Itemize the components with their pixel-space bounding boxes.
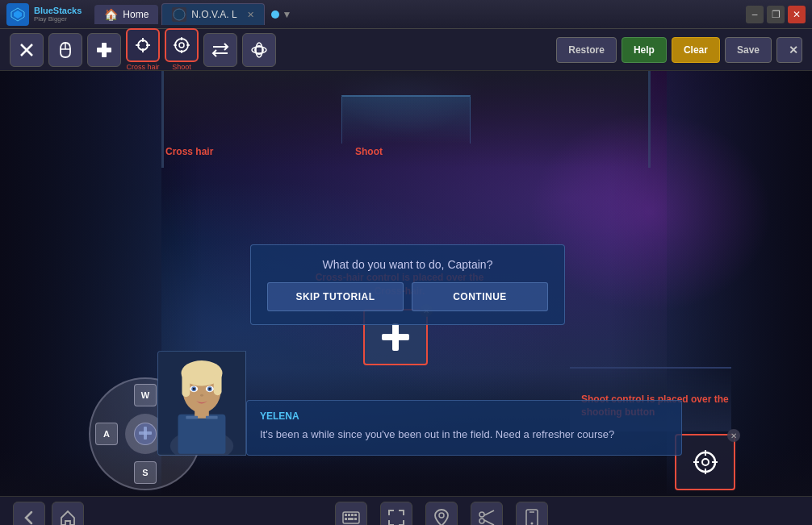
tool-swap-button[interactable] — [203, 33, 237, 67]
shoot-tool-label: Shoot — [172, 63, 191, 71]
skip-tutorial-button[interactable]: SKIP TUTORIAL — [267, 282, 404, 311]
tool-gyro-wrapper — [242, 33, 276, 67]
character-dialog: YELENA It's been a while since you've be… — [246, 400, 682, 456]
svg-rect-41 — [182, 373, 190, 397]
svg-point-23 — [252, 47, 266, 53]
character-text: It's been a while since you've been out … — [260, 427, 668, 443]
tool-aim-wrapper: Shoot — [165, 28, 199, 71]
crosshair-annotation-label: Cross hair — [165, 146, 213, 159]
bottom-bar — [0, 496, 812, 525]
logo-icon — [6, 3, 29, 26]
tool-swap-wrapper — [203, 33, 237, 67]
svg-point-14 — [175, 39, 188, 52]
svg-rect-26 — [139, 431, 152, 435]
shoot-float-icon — [693, 449, 718, 475]
game-tab-icon — [172, 7, 186, 22]
svg-rect-42 — [214, 373, 222, 395]
svg-rect-53 — [345, 514, 347, 516]
key-center[interactable] — [134, 423, 157, 445]
svg-point-30 — [702, 459, 709, 465]
logo-text: BlueStacks Play Bigger — [34, 6, 82, 23]
location-button[interactable] — [425, 502, 458, 526]
home-button[interactable] — [52, 502, 84, 526]
svg-point-2 — [174, 9, 185, 20]
svg-rect-58 — [348, 518, 354, 520]
shoot-float-control[interactable]: ✕ — [675, 434, 735, 490]
tool-gyro-button[interactable] — [242, 33, 276, 67]
keyboard-button[interactable] — [335, 502, 367, 526]
svg-rect-28 — [382, 334, 409, 340]
svg-rect-50 — [186, 416, 198, 419]
svg-point-47 — [193, 388, 195, 390]
help-button[interactable]: Help — [622, 37, 667, 63]
crosshair-label-text: Cross hair — [165, 146, 213, 157]
brand-name: BlueStacks — [34, 6, 82, 15]
tool-mouse-wrapper — [48, 33, 82, 67]
svg-rect-59 — [354, 518, 357, 520]
key-center-icon — [138, 426, 153, 442]
shoot-label-text: Shoot — [355, 146, 383, 157]
save-button[interactable]: Save — [725, 37, 772, 63]
tool-crosshair-wrapper: Cross hair — [126, 28, 160, 71]
phone-button[interactable] — [516, 502, 548, 526]
continue-button[interactable]: CONTINUE — [412, 282, 548, 311]
minimize-button[interactable]: – — [746, 6, 764, 23]
svg-point-24 — [256, 43, 262, 57]
key-w[interactable]: W — [134, 384, 157, 406]
tagline: Play Bigger — [34, 15, 82, 23]
svg-point-60 — [439, 513, 444, 518]
bb-left — [13, 502, 84, 526]
key-a[interactable]: A — [95, 423, 118, 445]
maximize-button[interactable]: ❐ — [767, 6, 785, 23]
toolbar-close-button[interactable]: ✕ — [776, 37, 802, 63]
svg-rect-56 — [354, 514, 357, 516]
tab-home[interactable]: 🏠 Home — [94, 5, 158, 24]
restore-button[interactable]: Restore — [556, 37, 617, 63]
svg-point-67 — [531, 522, 534, 524]
shoot-annotation-label: Shoot — [355, 146, 383, 159]
game-area: W A S D ✕ Cross hair Shoot Cross-hair — [0, 71, 812, 496]
title-bar: BlueStacks Play Bigger 🏠 Home N.O.V.A. L… — [0, 0, 812, 29]
tab-close-icon[interactable]: ✕ — [247, 10, 254, 20]
shoot-float-remove[interactable]: ✕ — [727, 429, 740, 442]
tab-game[interactable]: N.O.V.A. L ✕ — [161, 3, 264, 25]
svg-rect-8 — [97, 48, 111, 52]
svg-line-63 — [484, 510, 494, 515]
header-arrow: ▼ — [283, 9, 292, 20]
back-button[interactable] — [13, 502, 45, 526]
crosshair-float-icon — [381, 323, 410, 352]
svg-rect-37 — [178, 415, 226, 454]
svg-rect-57 — [345, 518, 347, 520]
header-dot — [271, 10, 279, 19]
key-s[interactable]: S — [134, 461, 157, 484]
tool-crosshair-button[interactable] — [126, 28, 160, 62]
svg-rect-55 — [351, 514, 354, 516]
key-a-label: A — [103, 429, 110, 439]
key-s-label: S — [142, 468, 148, 477]
window-controls: – ❐ ✕ — [746, 6, 806, 23]
game-dialog: What do you want to do, Captain? SKIP TU… — [250, 244, 565, 325]
svg-point-15 — [179, 43, 184, 48]
svg-line-64 — [484, 520, 494, 525]
svg-point-62 — [479, 519, 484, 523]
tool-cancel-wrapper — [10, 33, 44, 67]
bluestacks-logo: BlueStacks Play Bigger — [6, 3, 82, 26]
home-tab-icon: 🏠 — [104, 8, 118, 21]
tool-mouse-button[interactable] — [48, 33, 82, 67]
dialog-question: What do you want to do, Captain? — [267, 258, 548, 271]
expand-button[interactable] — [380, 502, 412, 526]
key-w-label: W — [141, 390, 149, 400]
close-button[interactable]: ✕ — [788, 6, 806, 23]
svg-point-48 — [208, 388, 211, 390]
tool-aim-button[interactable] — [165, 28, 199, 62]
toolbar: Cross hair Shoot — [0, 29, 812, 71]
tool-dpad-button[interactable] — [87, 33, 121, 67]
tool-cancel-button[interactable] — [10, 33, 44, 67]
bb-center — [335, 502, 548, 526]
character-portrait — [157, 351, 246, 456]
clear-button[interactable]: Clear — [672, 37, 720, 63]
tool-dpad-wrapper — [87, 33, 121, 67]
svg-point-49 — [200, 394, 203, 397]
svg-point-61 — [479, 512, 484, 517]
scissors-button[interactable] — [471, 502, 503, 526]
